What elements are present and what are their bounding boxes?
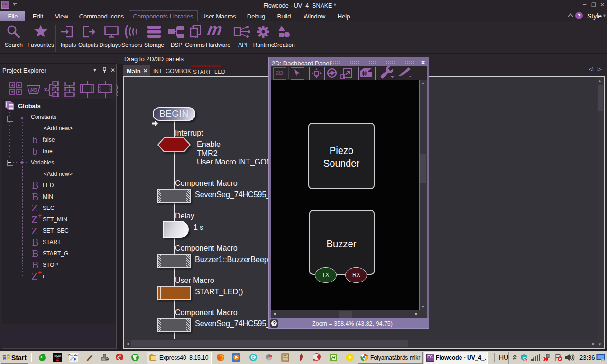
- svg-text:Parsic: Parsic: [68, 354, 78, 357]
- svg-text:C: C: [252, 355, 255, 360]
- svg-text:x: x: [68, 87, 71, 92]
- svg-text:2: 2: [56, 356, 59, 362]
- svg-text:{: {: [47, 82, 52, 96]
- svg-text:I/O: I/O: [30, 87, 37, 93]
- svg-text:!: !: [525, 358, 526, 361]
